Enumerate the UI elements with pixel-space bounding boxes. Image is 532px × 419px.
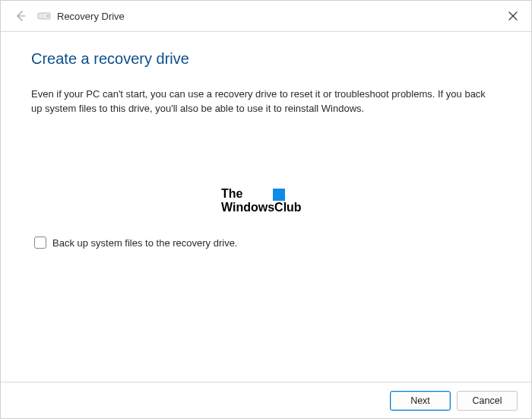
page-description: Even if your PC can't start, you can use… [31,87,487,116]
titlebar: Recovery Drive [1,1,531,31]
backup-checkbox-row: Back up system files to the recovery dri… [34,236,237,249]
backup-checkbox-label: Back up system files to the recovery dri… [52,237,237,249]
backup-checkbox[interactable] [34,236,46,249]
content-area: Create a recovery drive Even if your PC … [1,32,531,116]
cancel-button[interactable]: Cancel [457,391,518,411]
next-button[interactable]: Next [390,391,451,411]
watermark-line2: WindowsClub [221,201,302,214]
watermark-line1: The [221,187,242,200]
svg-point-1 [47,15,49,17]
back-arrow-icon[interactable] [11,7,30,25]
close-button[interactable] [505,8,521,24]
watermark-text: The WindowsClub [221,187,302,214]
footer-bar: Next Cancel [1,382,531,418]
recovery-drive-icon [37,11,51,21]
window-title: Recovery Drive [57,11,125,22]
page-heading: Create a recovery drive [31,50,501,68]
